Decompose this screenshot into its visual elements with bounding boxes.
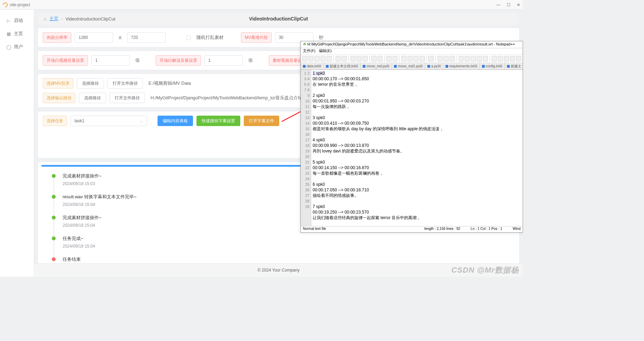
- toolbar-icon[interactable]: [378, 56, 383, 61]
- open-narration-volume-label: 开场白解说音量设置: [156, 55, 201, 66]
- toolbar-icon[interactable]: [393, 56, 398, 61]
- breadcrumb-home-link[interactable]: 主页: [49, 16, 58, 22]
- timeline-item: 任务结束 2024/09/18 15:04: [52, 256, 505, 263]
- task-select[interactable]: task1 ⌄: [71, 116, 147, 126]
- toolbar-icon[interactable]: [341, 56, 347, 61]
- toolbar-icon[interactable]: [356, 56, 362, 61]
- notepad-menubar[interactable]: 文件(F) 编辑(E): [301, 48, 523, 55]
- breadcrumb-current: VideoIntroductionClipCut: [65, 16, 115, 22]
- unit-times-2: 倍: [246, 57, 255, 64]
- tab-dot-icon: [482, 65, 485, 68]
- height-input[interactable]: [127, 32, 166, 43]
- toolbar-icon[interactable]: [336, 56, 341, 61]
- menu-edit[interactable]: 编辑(E): [319, 48, 332, 55]
- toolbar-icon[interactable]: [450, 56, 455, 61]
- code-area[interactable]: 1 spk0 00:00:00.170 --> 00:00:01.650 在 t…: [311, 70, 523, 226]
- notepad-tab[interactable]: a.py☒: [425, 63, 443, 69]
- sidebar-label: 用户: [14, 44, 23, 50]
- menu-file[interactable]: 文件(F): [303, 48, 315, 55]
- choose-output-path-button[interactable]: 选择路径: [79, 93, 106, 103]
- choose-mv-path-button[interactable]: 选择路径: [77, 78, 104, 89]
- status-length: length : 2,156 lines : 92: [424, 227, 460, 232]
- toolbar-icon[interactable]: [516, 56, 521, 61]
- toolbar-icon[interactable]: [483, 56, 488, 61]
- sidebar-label: 主页: [14, 31, 23, 37]
- notepad-tab[interactable]: move_md1.py☒: [392, 63, 425, 69]
- toolbar-icon[interactable]: [443, 56, 449, 61]
- toolbar-icon[interactable]: [321, 56, 326, 61]
- toolbar-icon[interactable]: [308, 56, 314, 61]
- shuffle-checkbox[interactable]: [186, 35, 191, 40]
- toolbar-icon[interactable]: [363, 56, 368, 61]
- toolbar-icon[interactable]: [471, 56, 476, 61]
- toolbar-icon[interactable]: [498, 56, 503, 61]
- toolbar-icon[interactable]: [386, 56, 392, 61]
- notepad-tab[interactable]: 新建文本文档.txt☒: [324, 63, 361, 69]
- page-title: VideoIntroductionClipCut: [249, 16, 308, 22]
- watermark: CSDN @Mr数据杨: [451, 265, 519, 275]
- toolbar-icon[interactable]: [420, 56, 425, 61]
- open-mv-path-button[interactable]: 打开文件路径: [107, 78, 143, 89]
- toolbar-icon[interactable]: [510, 56, 515, 61]
- open-narration-volume-input[interactable]: [204, 55, 243, 66]
- maximize-icon[interactable]: ☐: [507, 2, 510, 7]
- timeline-dot: [52, 216, 56, 219]
- timeline-title: 完成素材拼接操作~: [63, 215, 102, 221]
- mv-clip-label: MV高潮片段: [241, 32, 272, 43]
- toolbar-icon[interactable]: [302, 56, 307, 61]
- minimize-icon[interactable]: —: [496, 2, 500, 7]
- toolbar-icon[interactable]: [413, 56, 419, 61]
- notepad-tab[interactable]: move_md.py☒: [361, 63, 392, 69]
- notepad-window: ☘ H:\MyGitProject\DjangoProject\MyToolsW…: [300, 41, 523, 233]
- sidebar-item-user[interactable]: ◯ 用户: [0, 40, 34, 53]
- toolbar-icon[interactable]: [314, 56, 320, 61]
- tab-dot-icon: [303, 65, 306, 68]
- edit-table-button[interactable]: 编辑内容表格: [158, 116, 193, 126]
- timeline-time: 2024/09/18 15:03: [63, 181, 102, 186]
- timeline-time: 2024/09/18 15:04: [63, 244, 95, 249]
- toolbar-icon[interactable]: [371, 56, 377, 61]
- open-white-volume-input[interactable]: [91, 55, 130, 66]
- notepad-tabs: data.txt☒新建文本文档.txt☒move_md.py☒move_md1.…: [301, 63, 523, 70]
- toolbar-icon[interactable]: [428, 56, 434, 61]
- toolbar-icon[interactable]: [351, 56, 356, 61]
- home-icon[interactable]: ⌂: [44, 16, 47, 22]
- grid-icon: ▦: [6, 31, 11, 36]
- toolbar-icon[interactable]: [465, 56, 470, 61]
- window-controls: — ☐ ✕: [496, 2, 520, 7]
- breadcrumb-separator: ›: [61, 16, 63, 22]
- toolbar-icon[interactable]: [492, 56, 497, 61]
- toolbar-icon[interactable]: [401, 56, 406, 61]
- open-output-path-button[interactable]: 打开文件路径: [110, 93, 145, 103]
- quick-jump-srt-button[interactable]: 快速跳转字幕设置: [196, 116, 240, 126]
- timeline-time: 2024/09/18 15:04: [63, 223, 102, 228]
- toolbar-icon[interactable]: [327, 56, 332, 61]
- toolbar-icon[interactable]: [437, 56, 443, 61]
- timeline-dot: [52, 195, 56, 199]
- timeline-title: 完成素材拼接操作~: [63, 173, 102, 179]
- toolbar-icon[interactable]: [504, 56, 509, 61]
- close-icon[interactable]: ✕: [517, 2, 520, 7]
- sidebar-item-home[interactable]: ▦ 主页: [0, 27, 34, 40]
- seconds-unit: 秒: [317, 34, 325, 41]
- tab-dot-icon: [507, 65, 510, 68]
- notepad-titlebar[interactable]: ☘ H:\MyGitProject\DjangoProject\MyToolsW…: [301, 41, 523, 48]
- toolbar-icon[interactable]: [477, 56, 482, 61]
- width-input[interactable]: [75, 32, 113, 43]
- notepad-tab[interactable]: 新建文: [505, 63, 523, 69]
- sidebar-item-start[interactable]: ▷ 启动: [0, 14, 34, 27]
- notepad-tab[interactable]: config.ini☒: [480, 63, 505, 69]
- toolbar-icon[interactable]: [408, 56, 413, 61]
- open-srt-button[interactable]: 打开字幕文件: [244, 116, 279, 126]
- toolbar-icon[interactable]: [459, 56, 464, 61]
- notepad-tab[interactable]: requirements.txt☒: [443, 63, 480, 69]
- notepad-tab[interactable]: data.txt☒: [301, 63, 324, 69]
- play-icon: ▷: [6, 18, 11, 23]
- notepad-editor[interactable]: 1 2 3 4 5 6 7 8 9 10 11 12 13 14 15 16 1…: [301, 70, 523, 226]
- timeline-item: 任务完成~ 2024/09/18 15:04: [52, 235, 505, 256]
- sidebar: ▷ 启动 ▦ 主页 ◯ 用户: [0, 10, 34, 277]
- status-position: Ln : 1 Col : 1 Pos : 1: [471, 227, 502, 232]
- app-title: vite-project: [10, 2, 30, 7]
- user-icon: ◯: [6, 44, 11, 49]
- tab-dot-icon: [363, 65, 365, 68]
